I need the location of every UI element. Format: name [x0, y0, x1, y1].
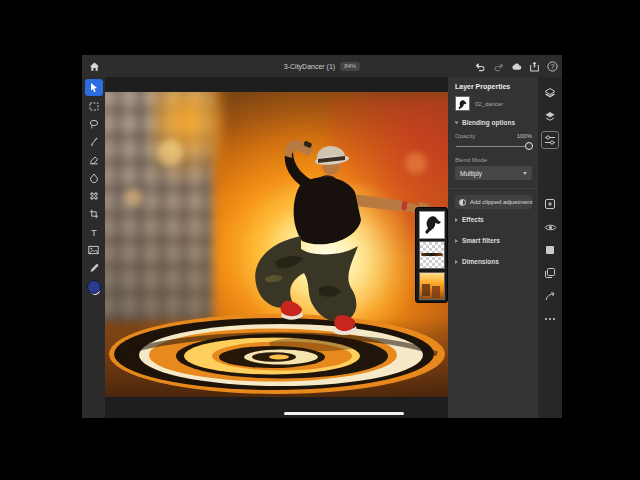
marquee-icon — [89, 101, 99, 111]
select-tool[interactable] — [85, 97, 103, 114]
help-icon: ? — [547, 61, 558, 72]
type-tool[interactable]: T — [85, 223, 103, 240]
fill-icon — [89, 173, 99, 183]
redo-button[interactable] — [493, 61, 504, 72]
layers-view-button[interactable] — [542, 85, 558, 101]
opacity-slider[interactable] — [456, 141, 531, 151]
canvas-area[interactable] — [105, 77, 448, 418]
opacity-value: 100% — [517, 133, 532, 139]
dancer-figure — [105, 92, 448, 397]
layer-name: 02_dancer — [475, 101, 503, 107]
undo-icon — [475, 61, 486, 72]
divider — [448, 188, 538, 189]
chevron-right-icon — [455, 218, 458, 222]
eyedropper-tool[interactable] — [85, 259, 103, 276]
place-image-icon — [88, 245, 99, 255]
chevron-down-icon — [455, 121, 459, 124]
svg-text:?: ? — [551, 62, 555, 69]
selected-layer-row[interactable]: 02_dancer — [455, 96, 532, 111]
clipped-layer-icon — [544, 110, 556, 122]
cloud-sync-button[interactable] — [511, 61, 522, 72]
dimensions-label: Dimensions — [462, 258, 499, 265]
layer-thumb-dancer-graphic — [456, 98, 469, 111]
add-clipped-adjustment-label: Add clipped adjustment — [470, 199, 532, 205]
blending-options-label: Blending options — [462, 119, 515, 126]
duplicate-layer-button[interactable] — [542, 265, 558, 281]
opacity-label: Opacity — [455, 133, 475, 139]
eye-icon — [544, 222, 557, 233]
crop-tool[interactable] — [85, 205, 103, 222]
blend-mode-dropdown[interactable]: Multiply — [455, 166, 532, 180]
smart-filters-section[interactable]: Smart filters — [455, 237, 532, 244]
add-layer-button[interactable] — [542, 196, 558, 212]
share-button[interactable] — [529, 61, 540, 72]
place-image-tool[interactable] — [85, 241, 103, 258]
healing-tool[interactable] — [85, 187, 103, 204]
dancer-thumb-graphic — [420, 212, 444, 238]
layer-thumb-dancer[interactable] — [419, 211, 445, 239]
add-layer-icon — [544, 198, 556, 210]
tool-bar: T — [82, 77, 105, 418]
dimensions-section[interactable]: Dimensions — [455, 258, 532, 265]
type-icon: T — [89, 227, 99, 237]
ellipsis-icon — [544, 317, 556, 321]
slider-fill — [456, 146, 525, 148]
layer-properties-panel: Layer Properties 02_dancer Blending opti… — [448, 77, 538, 418]
document-canvas[interactable] — [105, 92, 448, 397]
layer-properties-button[interactable] — [541, 131, 559, 149]
add-clipped-adjustment-button[interactable]: Add clipped adjustment — [455, 195, 532, 209]
blend-mode-label: Blend Mode — [455, 157, 532, 163]
swirl-thumb-graphic — [421, 253, 443, 256]
healing-icon — [89, 191, 99, 201]
share-icon — [529, 61, 540, 72]
brush-tool[interactable] — [85, 133, 103, 150]
layer-mask-button[interactable] — [542, 242, 558, 258]
effects-section[interactable]: Effects — [455, 216, 532, 223]
effects-label: Effects — [462, 216, 484, 223]
ipad-home-indicator[interactable] — [284, 412, 404, 415]
move-tool[interactable] — [85, 79, 103, 96]
chevron-right-icon — [455, 260, 458, 264]
top-bar: 3-CityDancer (1) 84% ? — [82, 55, 562, 77]
layer-thumbnail — [455, 96, 470, 111]
svg-text:T: T — [91, 227, 97, 237]
layers-icon — [544, 87, 556, 99]
eraser-tool[interactable] — [85, 151, 103, 168]
lasso-tool[interactable] — [85, 115, 103, 132]
eraser-icon — [89, 155, 99, 165]
send-to-button[interactable] — [542, 288, 558, 304]
task-bar — [538, 77, 562, 418]
cloud-icon — [511, 61, 522, 72]
chevron-right-icon — [455, 239, 458, 243]
foreground-color-swatch — [87, 280, 101, 294]
adjustment-icon — [459, 199, 466, 206]
color-chip[interactable] — [87, 280, 100, 293]
home-button[interactable] — [82, 55, 106, 77]
blending-options-header[interactable]: Blending options — [455, 119, 532, 126]
crop-icon — [89, 209, 99, 219]
eyedropper-icon — [89, 263, 99, 273]
more-options-button[interactable] — [542, 311, 558, 327]
help-button[interactable]: ? — [547, 61, 558, 72]
layer-thumb-background[interactable] — [419, 272, 445, 300]
redo-icon — [493, 61, 504, 72]
layer-visibility-button[interactable] — [542, 219, 558, 235]
flick-send-icon — [544, 290, 556, 302]
compact-layer-stack[interactable] — [415, 207, 448, 303]
layer-thumb-swirl[interactable] — [419, 241, 445, 269]
zoom-level-badge[interactable]: 84% — [340, 62, 360, 71]
duplicate-icon — [544, 267, 556, 279]
clip-layer-button[interactable] — [542, 108, 558, 124]
panel-title: Layer Properties — [455, 83, 532, 90]
fill-tool[interactable] — [85, 169, 103, 186]
brush-icon — [89, 137, 99, 147]
document-title: 3-CityDancer (1) — [284, 63, 335, 70]
lasso-icon — [89, 119, 99, 129]
smart-filters-label: Smart filters — [462, 237, 500, 244]
slider-knob[interactable] — [525, 142, 533, 150]
home-icon — [89, 61, 100, 72]
photoshop-ipad-app: 3-CityDancer (1) 84% ? — [82, 55, 562, 418]
mask-icon — [544, 244, 556, 256]
undo-button[interactable] — [475, 61, 486, 72]
sliders-icon — [544, 134, 556, 146]
